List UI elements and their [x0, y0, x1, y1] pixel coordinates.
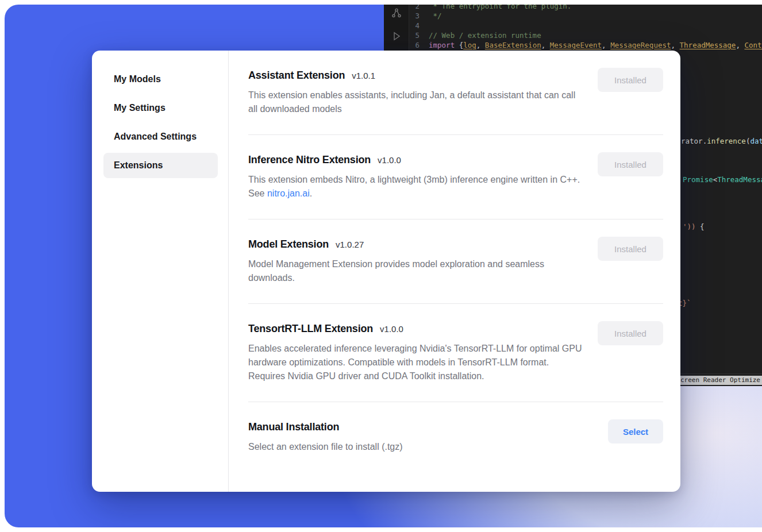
code-line: 3 */ [409, 11, 762, 21]
extension-row-tensorrt: TensortRT-LLM Extension v1.0.0 Enables a… [248, 304, 663, 402]
extension-description: Enables accelerated inference leveraging… [248, 342, 583, 383]
code-fragment: rator.inference(data)); [681, 136, 762, 146]
extension-title: Model Extension [248, 237, 329, 252]
description-text: Select an extension file to install (.tg… [248, 442, 403, 452]
extension-description: Model Management Extension provides mode… [248, 257, 583, 285]
extension-title: Assistant Extension [248, 68, 345, 83]
extension-info: Inference Nitro Extension v1.0.0 This ex… [248, 152, 583, 201]
nitro-jan-ai-link[interactable]: nitro.jan.ai [267, 188, 310, 198]
installed-button[interactable]: Installed [598, 68, 663, 92]
code-line: 5// Web / extension runtime [409, 30, 762, 40]
manual-installation-description: Select an extension file to install (.tg… [248, 440, 583, 454]
sidebar-item-my-models[interactable]: My Models [103, 67, 218, 92]
description-text: Enables accelerated inference leveraging… [248, 344, 582, 381]
sidebar-item-my-settings[interactable]: My Settings [103, 95, 218, 121]
extension-heading: TensortRT-LLM Extension v1.0.0 [248, 321, 583, 336]
installed-button[interactable]: Installed [598, 237, 663, 261]
description-text: . [310, 188, 312, 198]
extension-version: v1.0.0 [380, 324, 403, 334]
extension-info: TensortRT-LLM Extension v1.0.0 Enables a… [248, 321, 583, 383]
extension-version: v1.0.0 [378, 155, 401, 165]
run-play-icon [391, 31, 402, 41]
extension-title: TensortRT-LLM Extension [248, 321, 373, 336]
code-fragment: Promise<ThreadMessage> [683, 175, 762, 184]
extension-description: This extension enables assistants, inclu… [248, 88, 583, 116]
manual-installation-title: Manual Installation [248, 419, 339, 434]
extension-heading: Manual Installation [248, 419, 583, 434]
extension-version: v1.0.27 [336, 240, 364, 249]
manual-installation-row: Manual Installation Select an extension … [248, 402, 663, 468]
extension-row-nitro: Inference Nitro Extension v1.0.0 This ex… [248, 135, 663, 219]
installed-button[interactable]: Installed [598, 152, 663, 176]
extension-heading: Inference Nitro Extension v1.0.0 [248, 152, 583, 167]
extension-heading: Assistant Extension v1.0.1 [248, 68, 583, 83]
extension-version: v1.0.1 [352, 71, 375, 80]
code-line: 4 [409, 21, 762, 30]
settings-modal: My Models My Settings Advanced Settings … [92, 51, 680, 492]
settings-sidebar: My Models My Settings Advanced Settings … [92, 51, 229, 492]
extension-title: Inference Nitro Extension [248, 152, 371, 167]
sidebar-item-advanced-settings[interactable]: Advanced Settings [103, 124, 218, 149]
description-text: Model Management Extension provides mode… [248, 259, 544, 283]
extension-info: Assistant Extension v1.0.1 This extensio… [248, 68, 583, 116]
extension-row-model: Model Extension v1.0.27 Model Management… [248, 219, 663, 304]
description-text: This extension enables assistants, inclu… [248, 90, 575, 114]
code-fragment: ')) { [683, 222, 705, 232]
select-file-button[interactable]: Select [608, 419, 663, 444]
extension-row-assistant: Assistant Extension v1.0.1 This extensio… [248, 51, 663, 135]
sidebar-item-extensions[interactable]: Extensions [103, 153, 218, 178]
code-lines: 2 * The entrypoint for the plugin.3 */45… [409, 5, 762, 50]
git-graph-icon [391, 8, 402, 18]
screen-reader-chip[interactable]: Screen Reader Optimize [672, 376, 762, 385]
code-line: 2 * The entrypoint for the plugin. [409, 5, 762, 11]
hero-card: 2 * The entrypoint for the plugin.3 */45… [5, 5, 762, 527]
extensions-panel: Assistant Extension v1.0.1 This extensio… [229, 51, 680, 492]
installed-button[interactable]: Installed [598, 321, 663, 345]
extension-info: Manual Installation Select an extension … [248, 419, 583, 454]
code-line: 6import {log, BaseExtension, MessageEven… [409, 40, 762, 50]
page: 2 * The entrypoint for the plugin.3 */45… [0, 0, 762, 532]
extension-description: This extension embeds Nitro, a lightweig… [248, 173, 583, 201]
extension-info: Model Extension v1.0.27 Model Management… [248, 237, 583, 285]
extension-heading: Model Extension v1.0.27 [248, 237, 583, 252]
